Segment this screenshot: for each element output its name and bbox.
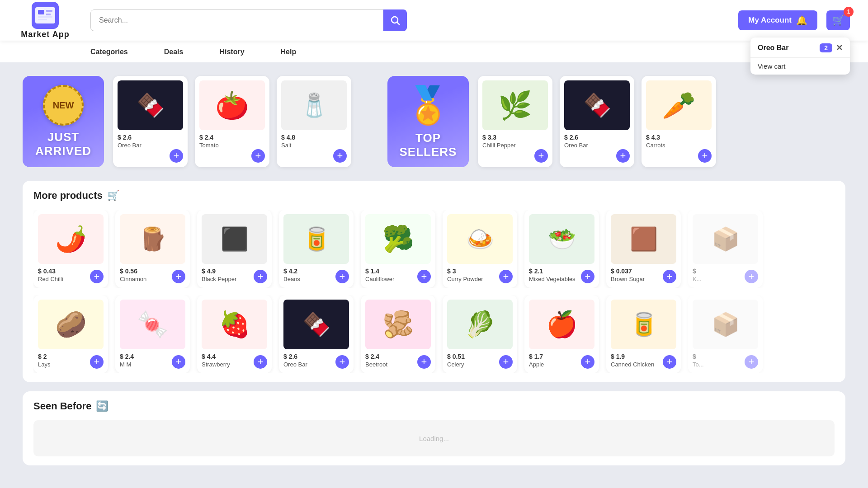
svg-rect-3	[46, 10, 52, 12]
add-to-cart-button[interactable]: +	[616, 149, 630, 163]
add-to-cart-button[interactable]: +	[663, 270, 676, 283]
view-cart-link[interactable]: View cart	[750, 58, 850, 71]
add-to-cart-button[interactable]: +	[333, 149, 347, 163]
top-sellers-title: Top Sellers	[392, 131, 464, 159]
add-to-cart-button[interactable]: +	[90, 270, 104, 283]
nav-help[interactable]: Help	[281, 46, 297, 58]
product-name: Chilli Pepper	[482, 142, 548, 149]
product-image: ⬛	[202, 214, 267, 264]
product-card: 🍛 $ 3 Curry Powder +	[443, 210, 517, 288]
seen-before-placeholder: Loading...	[33, 420, 835, 456]
add-to-cart-button[interactable]: +	[698, 149, 712, 163]
add-to-cart-button[interactable]: +	[417, 270, 431, 283]
product-image: 🧂	[281, 80, 347, 130]
product-image: 🪵	[120, 214, 185, 264]
svg-point-7	[392, 17, 398, 23]
product-price: $ 2.6	[564, 134, 630, 141]
add-to-cart-button[interactable]: +	[254, 355, 267, 369]
search-button[interactable]	[383, 9, 407, 31]
product-name: Oreo Bar	[564, 142, 630, 149]
more-products-row1: 🌶️ $ 0.43 Red Chilli + 🪵 $ 0.56 Cinnamon…	[33, 210, 835, 288]
more-products-section: More products 🛒 🌶️ $ 0.43 Red Chilli + 🪵…	[23, 181, 845, 382]
product-card: 🥬 $ 0.51 Celery +	[443, 295, 517, 373]
product-price: $ 3.3	[482, 134, 548, 141]
search-input[interactable]	[90, 9, 383, 31]
add-to-cart-button[interactable]: +	[417, 355, 431, 369]
my-account-button[interactable]: My Account 🔔	[738, 10, 817, 30]
seen-before-icon: 🔄	[96, 400, 108, 412]
product-card: 🟫 $ 0.037 Brown Sugar +	[606, 210, 681, 288]
product-price: $ 2.4	[199, 134, 265, 141]
product-image: 🍛	[447, 214, 513, 264]
product-card: 📦 $ To... +	[688, 295, 763, 373]
add-to-cart-button[interactable]: +	[663, 355, 676, 369]
product-card: 🌿 $ 3.3 Chilli Pepper +	[478, 76, 552, 167]
product-image: 🥬	[447, 300, 513, 349]
add-to-cart-button[interactable]: +	[90, 355, 104, 369]
product-card: 🍓 $ 4.4 Strawberry +	[197, 295, 272, 373]
svg-line-8	[397, 23, 400, 25]
product-image: 🟫	[611, 214, 676, 264]
nav-deals[interactable]: Deals	[164, 46, 184, 58]
product-name: Oreo Bar	[118, 142, 183, 149]
add-to-cart-button[interactable]: +	[335, 270, 349, 283]
product-image: 🥕	[646, 80, 712, 130]
add-to-cart-button[interactable]: +	[172, 270, 185, 283]
seen-before-section: Seen Before 🔄 Loading...	[23, 391, 845, 465]
just-arrived-products: 🍫 $ 2.6 Oreo Bar + 🍅 $ 2.4 Tomato + 🧂 $ …	[113, 76, 351, 167]
add-to-cart-button[interactable]: +	[251, 149, 265, 163]
product-card: 🥦 $ 1.4 Cauliflower +	[361, 210, 435, 288]
product-card: 🪵 $ 0.56 Cinnamon +	[115, 210, 190, 288]
header-right: My Account 🔔 🛒 1 Oreo Bar 2 ✕ View cart	[738, 10, 850, 30]
product-card: 🥗 $ 2.1 Mixed Vegetables +	[524, 210, 599, 288]
new-badge-text: NEW	[53, 100, 74, 111]
product-image: 🌶️	[38, 214, 104, 264]
add-to-cart-button[interactable]: +	[254, 270, 267, 283]
product-image: 🍅	[199, 80, 265, 130]
more-products-title: More products	[33, 190, 103, 202]
add-to-cart-button[interactable]: +	[581, 270, 594, 283]
add-to-cart-button[interactable]: +	[745, 270, 758, 283]
product-name: Tomato	[199, 142, 265, 149]
product-image: 🥫	[283, 214, 349, 264]
top-sellers-products: 🌿 $ 3.3 Chilli Pepper + 🍫 $ 2.6 Oreo Bar…	[478, 76, 716, 167]
product-image: 🥦	[365, 214, 431, 264]
add-to-cart-button[interactable]: +	[170, 149, 183, 163]
add-to-cart-button[interactable]: +	[172, 355, 185, 369]
cart-badge: 1	[844, 7, 854, 17]
product-card: 🥔 $ 2 Lays +	[33, 295, 108, 373]
logo-icon	[32, 2, 59, 29]
svg-rect-2	[38, 10, 44, 14]
seen-before-title-row: Seen Before 🔄	[33, 400, 835, 412]
top-sellers-banner: 🏅 Top Sellers	[387, 76, 469, 167]
seen-before-title: Seen Before	[33, 400, 91, 412]
cart-button[interactable]: 🛒 1	[826, 10, 850, 30]
product-name: Salt	[281, 142, 347, 149]
nav-history[interactable]: History	[219, 46, 244, 58]
product-card: 🧂 $ 4.8 Salt +	[277, 76, 351, 167]
product-image: 🥫	[611, 300, 676, 349]
product-name: Carrots	[646, 142, 712, 149]
product-price: $ 4.8	[281, 134, 347, 141]
add-to-cart-button[interactable]: +	[581, 355, 594, 369]
product-card: 🥫 $ 4.2 Beans +	[279, 210, 354, 288]
product-image: 🥗	[529, 214, 594, 264]
nav-categories[interactable]: Categories	[90, 46, 128, 58]
add-to-cart-button[interactable]: +	[499, 270, 513, 283]
medal-icon: 🏅	[406, 84, 451, 127]
dropdown-close-button[interactable]: ✕	[836, 43, 843, 53]
bell-icon: 🔔	[796, 15, 807, 26]
dropdown-header: Oreo Bar 2 ✕	[750, 43, 850, 58]
add-to-cart-button[interactable]: +	[534, 149, 548, 163]
add-to-cart-button[interactable]: +	[499, 355, 513, 369]
add-to-cart-button[interactable]: +	[745, 355, 758, 369]
product-image: 🍓	[202, 300, 267, 349]
main-content: NEW Just Arrived 🍫 $ 2.6 Oreo Bar + 🍅 $ …	[0, 62, 868, 479]
product-card: 🫚 $ 2.4 Beetroot +	[361, 295, 435, 373]
search-icon	[390, 15, 401, 26]
add-to-cart-button[interactable]: +	[335, 355, 349, 369]
more-products-title-row: More products 🛒	[33, 190, 835, 202]
product-card: 🥕 $ 4.3 Carrots +	[642, 76, 716, 167]
top-sections-row: NEW Just Arrived 🍫 $ 2.6 Oreo Bar + 🍅 $ …	[23, 76, 845, 167]
svg-rect-6	[38, 19, 47, 20]
